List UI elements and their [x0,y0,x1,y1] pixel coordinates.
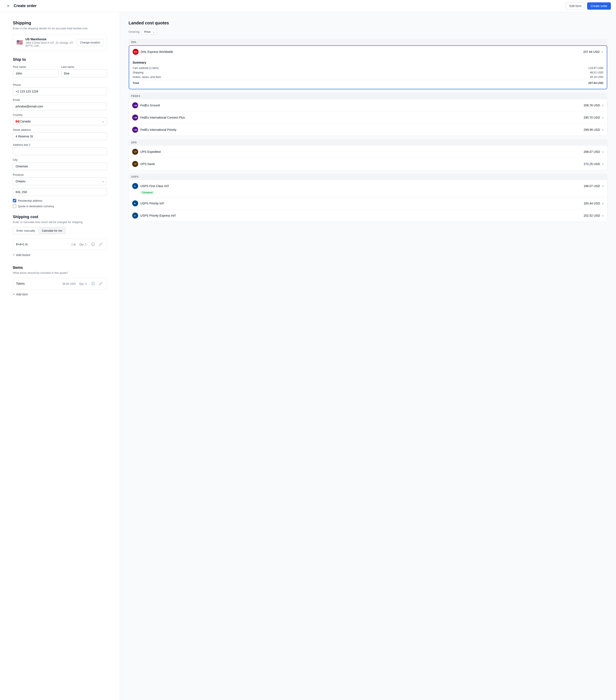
cheapest-badge-wrapper: Cheapest [140,190,154,194]
shipping-subtitle: Enter in the shipping details for an acc… [13,27,107,30]
fedex-ground-right: 208.76 USD ∨ [584,104,604,107]
total-label: Total [133,82,139,85]
fedex-intl-priority-item[interactable]: FedEx FedEx International Priority 299.9… [129,124,607,136]
svg-text:dEx: dEx [135,117,137,119]
province-select[interactable]: Ontario [13,177,107,185]
usps-priority-express-item[interactable]: ✉ USPS Priority Express Int'l 202.52 USD… [129,210,607,222]
box-edit-button[interactable] [98,241,104,247]
right-panel: Landed cost quotes Ordering: Price DHL D… [120,12,616,700]
address-line2-label: Address line 2 [13,143,107,147]
box-dimensions: 6×4×1 in [16,242,28,246]
box-qty: Qty: 1 [79,243,87,246]
item-edit-button[interactable] [98,280,104,287]
close-button[interactable]: ✕ [5,3,11,9]
fedex-intl-priority-right: 299.99 USD ∨ [584,128,604,132]
shipping-cost-section: Shipping cost Enter or calculate how muc… [13,215,107,258]
change-location-button[interactable]: Change location [77,39,103,46]
create-order-button[interactable]: Create order [587,2,611,10]
add-boxes-icon: + [13,253,15,257]
city-input[interactable] [13,162,107,170]
fedex-ground-item[interactable]: FedEx FedEx Ground 208.76 USD ∨ [129,99,607,112]
street-input[interactable] [13,133,107,140]
edit-form-button[interactable]: Edit form [566,2,585,10]
usps-first-class-chevron: ∨ [602,184,604,188]
ordering-select[interactable]: Price [142,29,157,35]
country-group: Country 🇨🇦 Canada [13,113,107,125]
dhl-express-worldwide-header[interactable]: DHL DHL Express Worldwide 207.64 USD ∨ [129,46,607,58]
fedex-intl-priority-chevron: ∨ [602,128,604,132]
box-weight: 1 lb [71,243,76,246]
province-label: Province [13,173,107,176]
box-info-button[interactable]: ⓘ [90,241,96,247]
warehouse-address: 1664 S Dixie Drive H 107, St. George, UT… [25,41,77,47]
usps-first-class-right: 166.07 USD ∨ [584,184,604,188]
fedex-intl-connect-right: 290.70 USD ∨ [584,116,604,119]
add-boxes-label: Add boxes [16,253,30,257]
usps-priority-express-name: USPS Priority Express Int'l [140,214,176,217]
ordering-select-wrapper: Price [142,29,157,35]
ups-saver-price: 272.25 USD [584,162,600,166]
residential-checkbox[interactable] [13,199,16,202]
add-item-row[interactable]: + Add item [13,291,107,297]
phone-input[interactable] [13,88,107,95]
add-item-icon: + [13,292,15,296]
dhl-logo: DHL [133,49,139,55]
usps-priority-right: 183.44 USD ∨ [584,202,604,205]
usps-priority-item[interactable]: ✉ USPS Priority Int'l 183.44 USD ∨ [129,197,607,210]
usps-group-label: USPS [129,174,607,180]
fedex-intl-priority-name: FedEx International Priority [140,128,177,132]
fedex-ground-price: 208.76 USD [584,104,600,107]
item-price: 39.00 USD [62,282,76,285]
fedex-ground-left: FedEx FedEx Ground [132,102,160,108]
ups-expedited-chevron: ∨ [602,150,604,153]
phone-label: Phone [13,83,107,87]
fedex-intl-connect-name: FedEx International Connect Plus [140,116,185,119]
fedex-intl-priority-price: 299.99 USD [584,128,600,132]
ups-expedited-left: UPS UPS Expedited [132,149,161,155]
ups-saver-item[interactable]: UPS UPS Saver 272.25 USD ∨ [129,158,607,170]
svg-text:ⓘ: ⓘ [92,283,94,285]
email-input[interactable] [13,102,107,110]
ups-saver-chevron: ∨ [602,162,604,166]
quote-currency-label: Quote in destination currency [18,205,54,208]
cart-subtotal-value: 119.97 USD [588,66,603,70]
name-row: First name Last name [13,65,107,80]
cart-subtotal-label: Cart subtotal (1 item) [133,66,158,70]
ups-expedited-item[interactable]: UPS UPS Expedited 268.07 USD ∨ [129,146,607,158]
ordering-bar: Ordering: Price [129,29,607,35]
ups-group-label: UPS [129,139,607,146]
item-name: Tshirts [16,282,25,285]
address-line2-input[interactable] [13,148,107,155]
svg-text:ⓘ: ⓘ [92,243,94,246]
last-name-input[interactable] [61,70,107,77]
box-actions: ⓘ [90,241,104,247]
item-info-button[interactable]: ⓘ [90,280,96,287]
ups-saver-logo: UPS [132,161,138,167]
postal-code-input[interactable] [13,188,107,196]
ups-saver-right: 272.25 USD ∨ [584,162,604,166]
usps-first-class-item[interactable]: ✉ USPS First Class Int'l 166.07 USD ∨ Ch… [129,180,607,197]
fedex-ground-logo: FedEx [132,102,138,108]
ship-to-title: Ship to [13,58,107,62]
dhl-express-worldwide-item[interactable]: DHL DHL Express Worldwide 207.64 USD ∨ S… [129,46,607,89]
fedex-intl-connect-item[interactable]: FedEx FedEx International Connect Plus 2… [129,112,607,124]
warehouse-info: 🇺🇸 US Warehouse 1664 S Dixie Drive H 107… [16,37,77,47]
first-name-input[interactable] [13,70,59,77]
dhl-summary: Summary Cart subtotal (1 item) 119.97 US… [129,58,607,89]
items-subtitle: What items should be included in this qu… [13,271,107,274]
duties-label: Duties, taxes, and fees [133,75,161,78]
add-boxes-row[interactable]: + Add boxes [13,252,107,258]
svg-text:UPS: UPS [134,163,137,165]
quote-currency-checkbox[interactable] [13,204,16,208]
svg-text:UPS: UPS [134,151,137,153]
usps-priority-express-left: ✉ USPS Priority Express Int'l [132,213,176,218]
enter-manually-tab[interactable]: Enter manually [13,227,38,234]
svg-text:✉: ✉ [134,203,136,205]
dhl-express-name: DHL Express Worldwide [141,50,173,53]
item-meta: 39.00 USD Qty: 3 ⓘ [62,280,104,287]
residential-address-group: Residential address [13,199,107,202]
ordering-label: Ordering: [129,30,140,34]
country-select[interactable]: 🇨🇦 Canada [13,117,107,125]
ups-group: UPS UPS UPS Expedited 268.07 USD ∨ [129,139,607,170]
calculate-for-me-tab[interactable]: Calculate for me [38,227,66,234]
